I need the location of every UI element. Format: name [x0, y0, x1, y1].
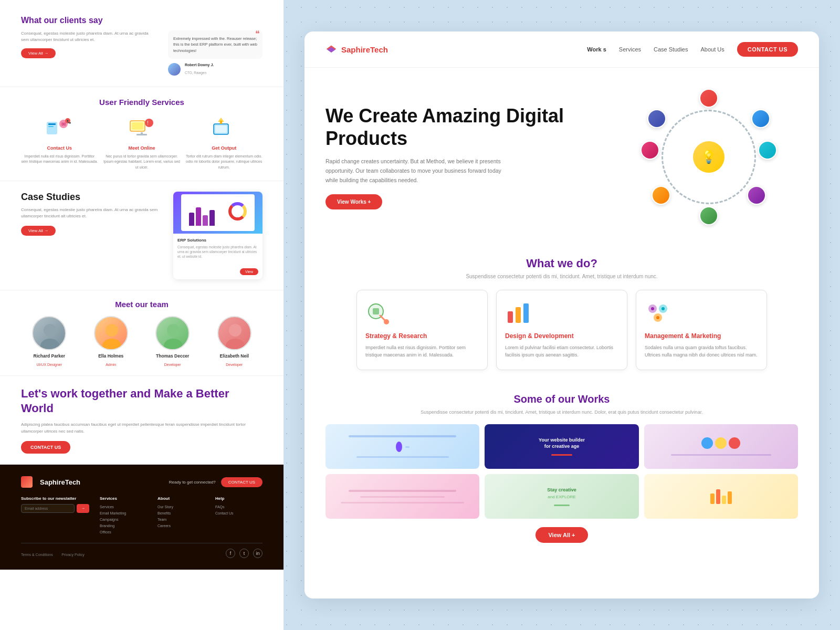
hero-section: We Create Amazing Digital Products Rapid…	[304, 68, 819, 241]
what-title: What we do?	[326, 257, 798, 270]
case-studies-view-all-button[interactable]: View All →	[21, 226, 56, 236]
contact-icon: ✉ 📞	[44, 115, 75, 141]
clients-body-text: Consequat, egestas molestie justo pharet…	[21, 30, 158, 43]
nav-link-work[interactable]: Work s	[587, 46, 606, 52]
team-section: Meet our team Richard Parker UI/UX Desig…	[0, 290, 284, 376]
footer-link-benefits[interactable]: Benefits	[158, 510, 205, 517]
svg-point-19	[44, 324, 56, 337]
footer-link-email-marketing[interactable]: Email Marketing	[100, 510, 147, 517]
footer-section: SaphireTech Ready to get connected? CONT…	[0, 465, 284, 569]
hero-view-works-button[interactable]: View Works +	[326, 194, 382, 209]
quote-text: Extremely impressed with the. Reauser re…	[173, 36, 257, 54]
team-member-1: Richard Parker UI/UX Designer	[32, 316, 66, 368]
output-icon	[208, 115, 240, 141]
nav-link-about[interactable]: About Us	[700, 46, 724, 52]
service-item-output: Get Output Tortor elit rutrum diam integ…	[185, 115, 262, 171]
footer-contact-button[interactable]: CONTACT US	[221, 477, 262, 487]
svg-rect-2	[48, 126, 54, 127]
svg-rect-18	[220, 121, 222, 124]
team-member-2-role: Admin	[106, 363, 116, 366]
reviewer-avatar	[168, 63, 181, 76]
cta-contact-button[interactable]: CONTACT US	[21, 441, 70, 454]
person-node-5	[699, 206, 718, 225]
what-card-marketing: Management & Marketing Sodales nulla urn…	[636, 290, 767, 370]
svg-point-25	[229, 324, 242, 337]
svg-point-39	[662, 307, 665, 310]
service-meet-desc: Nec purus id tortor gravida sem ullamcor…	[103, 154, 181, 171]
brand-name: SaphireTech	[341, 45, 388, 54]
work-thumb-2[interactable]: Your website builderfor creative age	[485, 424, 638, 469]
footer-email-submit-button[interactable]: →	[77, 504, 89, 513]
footer-services-title: Services	[100, 496, 147, 501]
footer-help-col: Help FAQs Contact Us	[215, 496, 262, 535]
work-thumb-5[interactable]: Stay creative and EXPLORE	[485, 474, 638, 519]
footer-link-offices[interactable]: Offices	[100, 529, 147, 536]
design-icon	[505, 301, 531, 327]
svg-point-26	[226, 339, 245, 350]
svg-rect-34	[523, 303, 529, 323]
svg-rect-33	[516, 307, 521, 323]
hero-illustration: 💡	[620, 89, 798, 225]
footer-email-input[interactable]	[21, 504, 75, 513]
team-member-2-name: Ella Holmes	[94, 353, 128, 359]
footer-link-campaigns[interactable]: Campaigns	[100, 517, 147, 523]
service-output-desc: Tortor elit rutrum diam integer elementu…	[185, 154, 262, 171]
nav-link-services[interactable]: Services	[619, 46, 641, 52]
case-studies-text: Consequat, egestas molestie justo pharet…	[21, 207, 163, 219]
person-node-6	[652, 186, 670, 205]
footer-link-our-story[interactable]: Our Story	[158, 504, 205, 510]
person-node-2	[751, 109, 770, 128]
work-thumb-1[interactable]	[326, 424, 479, 469]
footer-subscribe-title: Subscribe to our newslatter	[21, 496, 89, 501]
footer-link-branding[interactable]: Branding	[100, 523, 147, 529]
footer-link-careers[interactable]: Careers	[158, 523, 205, 529]
svg-rect-13	[136, 134, 147, 135]
what-card-design-title: Design & Development	[505, 332, 618, 340]
footer-link-services[interactable]: Services	[100, 504, 147, 510]
meet-icon: !	[126, 115, 158, 141]
work-thumb-4[interactable]	[326, 474, 479, 519]
twitter-icon[interactable]: t	[239, 549, 249, 558]
clients-title: What our clients say	[21, 16, 262, 25]
nav-brand: SaphireTech	[326, 44, 388, 55]
team-member-2: Ella Holmes Admin	[94, 316, 128, 368]
instagram-icon[interactable]: in	[253, 549, 262, 558]
hero-text: Rapid change creates uncertainty. But at…	[326, 157, 504, 185]
work-thumb-6[interactable]	[644, 474, 798, 519]
works-section: Some of our Works Suspendisse consectetu…	[304, 381, 819, 553]
team-member-3-role: Developer	[164, 363, 181, 366]
nav-link-case-studies[interactable]: Case Studies	[654, 46, 688, 52]
what-card-strategy-title: Strategy & Research	[365, 332, 479, 340]
cta-text: Adipiscing platea faucibus accumsan fauc…	[21, 422, 262, 435]
work-thumb-3[interactable]	[644, 424, 798, 469]
footer-link-team[interactable]: Team	[158, 517, 205, 523]
svg-text:!: !	[147, 120, 149, 126]
footer-privacy[interactable]: Privacy Policy	[61, 553, 85, 556]
marketing-icon	[645, 301, 671, 327]
clients-view-all-button[interactable]: View All →	[21, 48, 56, 58]
service-output-name: Get Output	[185, 145, 262, 151]
person-node-1	[699, 89, 718, 108]
svg-rect-32	[508, 311, 513, 323]
hero-title: We Create Amazing Digital Products	[326, 104, 609, 150]
case-card-view-button[interactable]: View	[240, 268, 258, 275]
case-card: ERP Solutions Consequat, egestas molesti…	[173, 192, 262, 279]
footer-link-faqs[interactable]: FAQs	[215, 504, 262, 510]
footer-link-contact[interactable]: Contact Us	[215, 510, 262, 517]
facebook-icon[interactable]: f	[226, 549, 235, 558]
right-card: SaphireTech Work s Services Case Studies…	[304, 32, 819, 598]
what-card-design-desc: Lorem id pulvinar facilisi etiam consect…	[505, 344, 618, 359]
works-subtitle: Suspendisse consectetur potenti dis mi, …	[326, 408, 798, 416]
svg-rect-1	[48, 123, 56, 125]
service-contact-desc: Imperdiet nulla est risus dignissim. Por…	[21, 154, 98, 165]
works-view-all-button[interactable]: View All +	[536, 527, 587, 543]
nav-contact-button[interactable]: CONTACT US	[737, 42, 798, 57]
reviewer-name: Robert Downy J.	[185, 63, 214, 67]
svg-rect-9	[132, 122, 143, 130]
footer-terms[interactable]: Terms & Conditions	[21, 553, 53, 556]
case-card-text: Consequat, egestas molestie justo pharet…	[177, 245, 258, 259]
case-studies-title: Case Studies	[21, 192, 163, 203]
team-member-3: Thomas Deccer Developer	[155, 316, 190, 368]
footer-brand: SaphireTech	[21, 476, 80, 488]
service-item-meet: ! Meet Online Nec purus id tortor gravid…	[103, 115, 181, 171]
